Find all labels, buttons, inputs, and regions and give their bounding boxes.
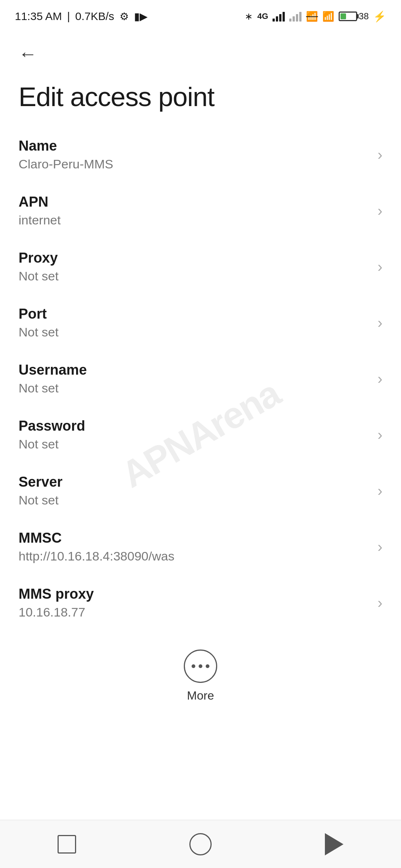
settings-item-name[interactable]: Name Claro-Peru-MMS ›: [0, 127, 401, 183]
camera-icon: ▮▶: [134, 10, 148, 23]
battery-fill: [340, 13, 346, 19]
settings-item-mmsc-content: MMSC http://10.16.18.4:38090/was: [19, 530, 370, 563]
settings-item-apn-content: APN internet: [19, 194, 370, 227]
battery-box: [339, 11, 357, 21]
status-bar: 11:35 AM | 0.7KB/s ⚙ ▮▶ ∗ 4G 📶 📶 38: [0, 0, 401, 30]
charging-icon: ⚡: [373, 10, 386, 23]
settings-item-name-title: Name: [19, 138, 370, 154]
settings-icon: ⚙: [120, 10, 129, 23]
more-dots-icon: [192, 664, 209, 668]
settings-item-password-title: Password: [19, 418, 370, 434]
settings-item-port[interactable]: Port Not set ›: [0, 295, 401, 351]
bottom-navigation-bar: [0, 820, 401, 868]
chevron-right-icon: ›: [378, 203, 382, 219]
settings-item-password[interactable]: Password Not set ›: [0, 407, 401, 463]
settings-item-port-title: Port: [19, 306, 370, 322]
page-title: Edit access point: [0, 74, 401, 127]
bluetooth-icon: ∗: [245, 11, 253, 22]
chevron-right-icon: ›: [378, 427, 382, 443]
network-speed: 0.7KB/s: [75, 10, 114, 23]
settings-item-port-value: Not set: [19, 325, 370, 339]
back-nav-button[interactable]: [312, 829, 356, 859]
settings-item-server-content: Server Not set: [19, 474, 370, 507]
back-nav-icon: [325, 833, 343, 855]
dot-3: [206, 664, 209, 668]
settings-item-proxy-value: Not set: [19, 269, 370, 283]
more-label: More: [187, 689, 214, 703]
settings-item-mmsc-value: http://10.16.18.4:38090/was: [19, 549, 370, 563]
settings-list: Name Claro-Peru-MMS › APN internet › Pro…: [0, 127, 401, 631]
chevron-right-icon: ›: [378, 595, 382, 611]
settings-item-port-content: Port Not set: [19, 306, 370, 339]
battery-percent: 38: [359, 11, 369, 22]
settings-item-password-content: Password Not set: [19, 418, 370, 451]
back-button[interactable]: ←: [15, 41, 41, 67]
settings-item-apn[interactable]: APN internet ›: [0, 183, 401, 239]
dot-2: [199, 664, 202, 668]
more-button[interactable]: [184, 650, 217, 683]
settings-item-name-value: Claro-Peru-MMS: [19, 157, 370, 171]
recents-icon: [58, 835, 76, 854]
chevron-right-icon: ›: [378, 539, 382, 555]
network-type-icon: 4G: [257, 11, 268, 21]
no-signal-icon: 📶: [306, 11, 318, 22]
separator: |: [67, 10, 70, 23]
battery-indicator: 38: [339, 11, 369, 22]
more-button-area[interactable]: More: [0, 638, 401, 710]
top-navigation: ←: [0, 30, 401, 74]
settings-item-apn-value: internet: [19, 213, 370, 227]
settings-item-proxy-content: Proxy Not set: [19, 250, 370, 283]
chevron-right-icon: ›: [378, 147, 382, 163]
settings-item-mmsc-title: MMSC: [19, 530, 370, 546]
settings-item-server-title: Server: [19, 474, 370, 490]
settings-item-proxy-title: Proxy: [19, 250, 370, 266]
dot-1: [192, 664, 195, 668]
settings-item-username-value: Not set: [19, 381, 370, 395]
signal-bars-1: [273, 11, 285, 22]
chevron-right-icon: ›: [378, 483, 382, 499]
status-right: ∗ 4G 📶 📶 38 ⚡: [245, 10, 386, 23]
settings-item-username-title: Username: [19, 362, 370, 378]
settings-item-server-value: Not set: [19, 493, 370, 507]
wifi-icon: 📶: [322, 11, 334, 22]
settings-item-server[interactable]: Server Not set ›: [0, 463, 401, 519]
chevron-right-icon: ›: [378, 315, 382, 331]
chevron-right-icon: ›: [378, 371, 382, 387]
settings-item-mms-proxy-value: 10.16.18.77: [19, 605, 370, 619]
settings-item-password-value: Not set: [19, 437, 370, 451]
settings-item-mms-proxy-content: MMS proxy 10.16.18.77: [19, 586, 370, 619]
chevron-right-icon: ›: [378, 259, 382, 275]
status-left: 11:35 AM | 0.7KB/s ⚙ ▮▶: [15, 10, 148, 23]
settings-item-name-content: Name Claro-Peru-MMS: [19, 138, 370, 171]
settings-item-username-content: Username Not set: [19, 362, 370, 395]
settings-item-username[interactable]: Username Not set ›: [0, 351, 401, 407]
settings-item-mmsc[interactable]: MMSC http://10.16.18.4:38090/was ›: [0, 519, 401, 575]
time-display: 11:35 AM: [15, 10, 62, 23]
recents-button[interactable]: [45, 829, 89, 859]
home-icon: [189, 833, 212, 855]
home-button[interactable]: [178, 829, 223, 859]
back-arrow-icon: ←: [19, 45, 37, 63]
settings-item-mms-proxy[interactable]: MMS proxy 10.16.18.77 ›: [0, 575, 401, 631]
signal-bars-2: [289, 11, 301, 22]
settings-item-mms-proxy-title: MMS proxy: [19, 586, 370, 602]
settings-item-proxy[interactable]: Proxy Not set ›: [0, 239, 401, 295]
settings-item-apn-title: APN: [19, 194, 370, 210]
